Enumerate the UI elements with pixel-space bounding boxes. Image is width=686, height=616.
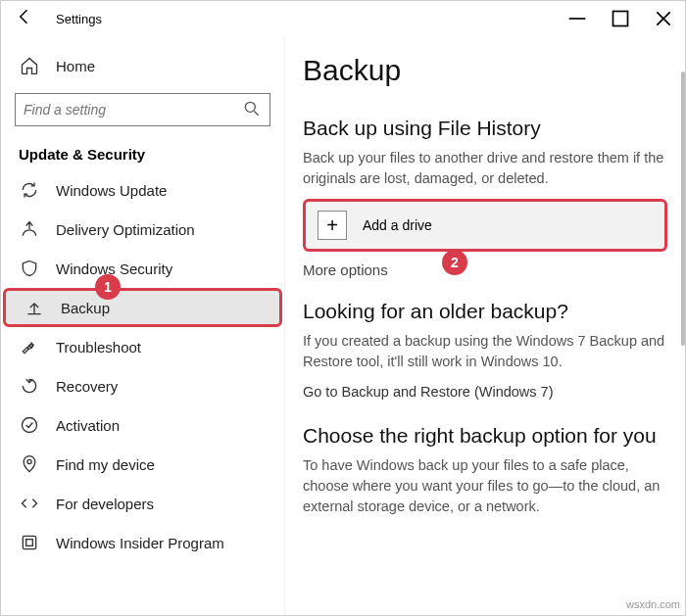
developers-icon bbox=[19, 493, 40, 514]
home-icon bbox=[19, 55, 40, 76]
backup-restore-link[interactable]: Go to Backup and Restore (Windows 7) bbox=[303, 382, 667, 403]
sidebar-item-delivery-optimization[interactable]: Delivery Optimization bbox=[1, 210, 284, 249]
sidebar-item-windows-insider[interactable]: Windows Insider Program bbox=[1, 523, 284, 562]
more-options-link[interactable]: More options bbox=[303, 261, 388, 278]
choose-option-desc: To have Windows back up your files to a … bbox=[303, 455, 667, 517]
sidebar-item-label: Activation bbox=[56, 417, 120, 434]
sidebar-item-label: Delivery Optimization bbox=[56, 221, 195, 238]
sidebar-item-backup[interactable]: Backup bbox=[3, 288, 282, 327]
category-heading: Update & Security bbox=[1, 134, 284, 170]
home-nav[interactable]: Home bbox=[1, 46, 284, 85]
shield-icon bbox=[19, 258, 40, 279]
page-title: Backup bbox=[303, 54, 667, 87]
titlebar: Settings bbox=[1, 1, 685, 36]
section-heading-choose-option: Choose the right backup option for you bbox=[303, 424, 667, 448]
svg-point-7 bbox=[27, 459, 31, 463]
sidebar-item-recovery[interactable]: Recovery bbox=[1, 366, 284, 405]
svg-point-4 bbox=[245, 102, 255, 112]
section-heading-file-history: Back up using File History bbox=[303, 117, 667, 140]
sidebar-item-label: Windows Update bbox=[56, 182, 167, 199]
close-button[interactable] bbox=[642, 1, 685, 36]
svg-rect-9 bbox=[26, 540, 33, 546]
search-icon bbox=[242, 99, 262, 121]
sidebar-item-windows-update[interactable]: Windows Update bbox=[1, 170, 284, 210]
sidebar: Home Update & Security Windows Update De… bbox=[1, 36, 285, 615]
maximize-button[interactable] bbox=[599, 1, 642, 36]
sidebar-item-label: Windows Insider Program bbox=[56, 535, 224, 551]
search-field[interactable] bbox=[24, 102, 242, 118]
older-backup-desc: If you created a backup using the Window… bbox=[303, 331, 667, 372]
section-heading-older-backup: Looking for an older backup? bbox=[303, 300, 667, 323]
activation-icon bbox=[19, 414, 40, 436]
sidebar-item-label: Backup bbox=[61, 300, 110, 316]
add-drive-button[interactable]: + Add a drive bbox=[303, 199, 667, 252]
svg-point-6 bbox=[23, 418, 37, 433]
sidebar-item-activation[interactable]: Activation bbox=[1, 405, 284, 445]
watermark: wsxdn.com bbox=[626, 598, 680, 610]
sidebar-item-for-developers[interactable]: For developers bbox=[1, 484, 284, 523]
sidebar-item-windows-security[interactable]: Windows Security bbox=[1, 249, 284, 288]
svg-line-5 bbox=[255, 111, 259, 115]
back-button[interactable] bbox=[15, 7, 34, 30]
main-content: Backup Back up using File History Back u… bbox=[285, 36, 685, 615]
scrollbar[interactable] bbox=[681, 71, 685, 346]
annotation-badge-1: 1 bbox=[95, 274, 121, 300]
add-drive-label: Add a drive bbox=[363, 217, 432, 233]
location-icon bbox=[19, 453, 40, 475]
svg-rect-8 bbox=[23, 536, 35, 548]
file-history-desc: Back up your files to another drive and … bbox=[303, 148, 667, 189]
insider-icon bbox=[19, 532, 40, 553]
sidebar-item-find-my-device[interactable]: Find my device bbox=[1, 445, 284, 484]
sidebar-item-label: Find my device bbox=[56, 456, 155, 473]
recovery-icon bbox=[19, 375, 40, 397]
sync-icon bbox=[19, 179, 40, 201]
window-title: Settings bbox=[56, 12, 102, 26]
sidebar-item-label: For developers bbox=[56, 496, 154, 512]
svg-rect-1 bbox=[613, 12, 628, 26]
plus-icon: + bbox=[318, 211, 347, 240]
sidebar-item-label: Troubleshoot bbox=[56, 339, 141, 355]
troubleshoot-icon bbox=[19, 336, 40, 357]
minimize-button[interactable] bbox=[556, 1, 599, 36]
annotation-badge-2: 2 bbox=[442, 250, 467, 275]
sidebar-item-troubleshoot[interactable]: Troubleshoot bbox=[1, 327, 284, 366]
delivery-icon bbox=[19, 218, 40, 240]
sidebar-item-label: Windows Security bbox=[56, 261, 172, 277]
sidebar-item-label: Recovery bbox=[56, 378, 118, 395]
backup-icon bbox=[24, 297, 45, 318]
home-label: Home bbox=[56, 58, 95, 74]
search-input[interactable] bbox=[15, 93, 270, 126]
